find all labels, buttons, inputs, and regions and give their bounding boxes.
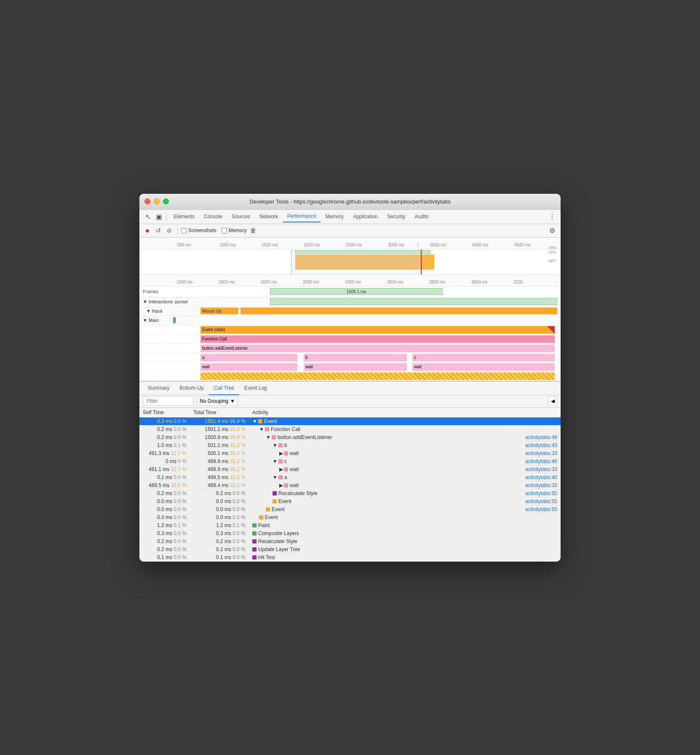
tree-toggle[interactable]: ▼: [273, 442, 278, 448]
tick-2200: 2200 ms: [303, 280, 319, 284]
tree-toggle[interactable]: ▼: [273, 474, 278, 480]
tab-summary[interactable]: Summary: [143, 382, 174, 395]
record-button[interactable]: ●: [143, 226, 152, 235]
tab-sources[interactable]: Sources: [227, 211, 254, 222]
b-label: b: [305, 355, 308, 360]
cell-self-time: 0.2 ms 0.0 %: [139, 433, 190, 441]
tree-toggle[interactable]: ▶: [279, 450, 283, 456]
tree-toggle[interactable]: ▶: [279, 466, 283, 472]
table-row[interactable]: 0.0 ms 0.0 %0.0 ms 0.0 %Event: [139, 513, 561, 521]
grouping-select[interactable]: No Grouping ▼: [197, 396, 238, 406]
activity-link[interactable]: activitytabs:49: [525, 434, 557, 440]
tree-toggle[interactable]: ▼: [273, 458, 278, 464]
tab-security[interactable]: Security: [383, 211, 409, 222]
tab-performance[interactable]: Performance: [283, 211, 321, 222]
activity-link[interactable]: activitytabs:50: [525, 498, 557, 504]
cell-total-time: 1.2 ms 0.1 %: [190, 521, 249, 529]
tree-toggle[interactable]: ▼: [266, 434, 271, 440]
more-icon[interactable]: ⋮: [547, 212, 557, 222]
tree-toggle[interactable]: ▼: [252, 418, 257, 424]
cell-activity: Recalculate Style activitytabs:50: [249, 489, 561, 497]
trash-button[interactable]: 🗑: [248, 226, 258, 235]
table-row[interactable]: 491.3 ms 32.7 %500.1 ms 33.3 %▶wait acti…: [139, 449, 561, 457]
table-row[interactable]: 0.2 ms 0.0 %0.2 ms 0.0 %Update Layer Tre…: [139, 545, 561, 553]
table-row[interactable]: 0.1 ms 0.0 %0.1 ms 0.0 %Hit Test: [139, 553, 561, 561]
cell-activity: Update Layer Tree: [249, 545, 561, 553]
cell-activity: ▼c activitytabs:46: [249, 457, 561, 465]
reload-button[interactable]: ↺: [154, 226, 163, 235]
c-label: c: [414, 355, 416, 360]
cell-self-time: 0.2 ms 0.0 %: [139, 545, 190, 553]
memory-checkbox[interactable]: [222, 228, 227, 233]
tree-toggle[interactable]: ▼: [259, 426, 264, 432]
wait1-label: wait: [202, 364, 210, 369]
close-button[interactable]: [144, 198, 150, 204]
table-row[interactable]: 0.2 ms 0.0 %0.2 ms 0.0 %Recalculate Styl…: [139, 489, 561, 497]
tab-network[interactable]: Network: [255, 211, 282, 222]
table-row[interactable]: 491.1 ms 32.7 %499.9 ms 33.2 %▶wait acti…: [139, 465, 561, 473]
screenshots-checkbox[interactable]: [181, 228, 187, 233]
cell-total-time: 1500.9 ms 99.8 %: [190, 433, 249, 441]
maximize-button[interactable]: [163, 198, 169, 204]
settings-button[interactable]: ⚙: [547, 225, 557, 236]
memory-label: Memory: [229, 228, 247, 233]
cell-total-time: 0.2 ms 0.0 %: [190, 537, 249, 545]
tab-application[interactable]: Application: [349, 211, 382, 222]
activity-link[interactable]: activitytabs:50: [525, 506, 557, 512]
devtools-window: Developer Tools - https://googlechrome.g…: [139, 194, 561, 562]
tab-memory[interactable]: Memory: [321, 211, 348, 222]
collapse-button[interactable]: ◀: [548, 396, 557, 406]
wait1-block: wait: [200, 363, 297, 371]
tab-audits[interactable]: Audits: [410, 211, 433, 222]
table-row[interactable]: 0.0 ms 0.0 %0.0 ms 0.0 %Event activityta…: [139, 505, 561, 513]
table-row[interactable]: 0.2 ms 0.0 %0.2 ms 0.0 %Recalculate Styl…: [139, 537, 561, 545]
activity-name: Paint: [258, 522, 270, 528]
clear-button[interactable]: ⊘: [165, 226, 174, 235]
controls-bar: ● ↺ ⊘ Screenshots Memory 🗑 ⚙: [139, 224, 561, 238]
tab-call-tree[interactable]: Call Tree: [209, 382, 239, 395]
table-row[interactable]: 0.1 ms 0.0 %499.5 ms 33.2 %▼a activityta…: [139, 473, 561, 481]
table-row[interactable]: 0 ms 0 %499.9 ms 33.2 %▼c activitytabs:4…: [139, 457, 561, 465]
activity-link[interactable]: activitytabs:33: [525, 466, 557, 472]
screenshots-checkbox-label[interactable]: Screenshots: [181, 228, 216, 233]
activity-link[interactable]: activitytabs:33: [525, 482, 557, 488]
tab-elements[interactable]: Elements: [169, 211, 199, 222]
tab-event-log[interactable]: Event Log: [239, 382, 272, 395]
cursor-icon[interactable]: ↖: [143, 212, 153, 222]
cell-total-time: 0.0 ms 0.0 %: [190, 505, 249, 513]
activity-name: Event: [278, 498, 291, 504]
wait3-block: wait: [412, 363, 555, 371]
col-total-time: Total Time: [190, 408, 249, 418]
cell-activity: ▶wait activitytabs:33: [249, 465, 561, 473]
table-row[interactable]: 0.3 ms 0.0 %1501.4 ms 99.9 %▼Event: [139, 417, 561, 425]
activity-link[interactable]: activitytabs:50: [525, 490, 557, 496]
activity-name: Event: [272, 506, 285, 512]
dock-icon[interactable]: ▣: [154, 212, 164, 222]
minimize-button[interactable]: [154, 198, 160, 204]
activity-link[interactable]: activitytabs:40: [525, 474, 557, 480]
tick-3500: 3500 ms: [430, 243, 446, 247]
tab-bottom-up[interactable]: Bottom-Up: [174, 382, 208, 395]
cell-total-time: 501.1 ms 33.3 %: [190, 441, 249, 449]
filter-input[interactable]: [143, 396, 193, 406]
memory-checkbox-label[interactable]: Memory: [222, 228, 247, 233]
table-row[interactable]: 489.5 ms 32.6 %499.4 ms 33.2 %▶wait acti…: [139, 481, 561, 489]
table-row[interactable]: 0.3 ms 0.0 %0.3 ms 0.0 %Composite Layers: [139, 529, 561, 537]
tick-4000: 4000 ms: [472, 243, 488, 247]
selection-end-marker: [421, 249, 422, 274]
table-row[interactable]: 0.0 ms 0.0 %0.0 ms 0.0 %Event activityta…: [139, 497, 561, 505]
tick-2000b: 2000 ms: [261, 280, 277, 284]
table-row[interactable]: 0.2 ms 0.0 %1500.9 ms 99.8 %▼button.addE…: [139, 433, 561, 441]
activity-link[interactable]: activitytabs:43: [525, 442, 557, 448]
activity-link[interactable]: activitytabs:46: [525, 458, 557, 464]
data-table-container[interactable]: Self Time Total Time Activity 0.3 ms 0.0…: [139, 408, 561, 562]
tab-console[interactable]: Console: [200, 211, 227, 222]
call-tree-table: Self Time Total Time Activity 0.3 ms 0.0…: [139, 408, 561, 562]
tree-toggle[interactable]: ▶: [279, 482, 283, 488]
activity-name: Event: [265, 514, 278, 520]
table-row[interactable]: 1.2 ms 0.1 %1.2 ms 0.1 %Paint: [139, 521, 561, 529]
activity-link[interactable]: activitytabs:33: [525, 450, 557, 456]
wait2-label: wait: [305, 364, 313, 369]
table-row[interactable]: 0.2 ms 0.0 %1501.1 ms 99.9 %▼Function Ca…: [139, 425, 561, 433]
table-row[interactable]: 1.0 ms 0.1 %501.1 ms 33.3 %▼b activityta…: [139, 441, 561, 449]
